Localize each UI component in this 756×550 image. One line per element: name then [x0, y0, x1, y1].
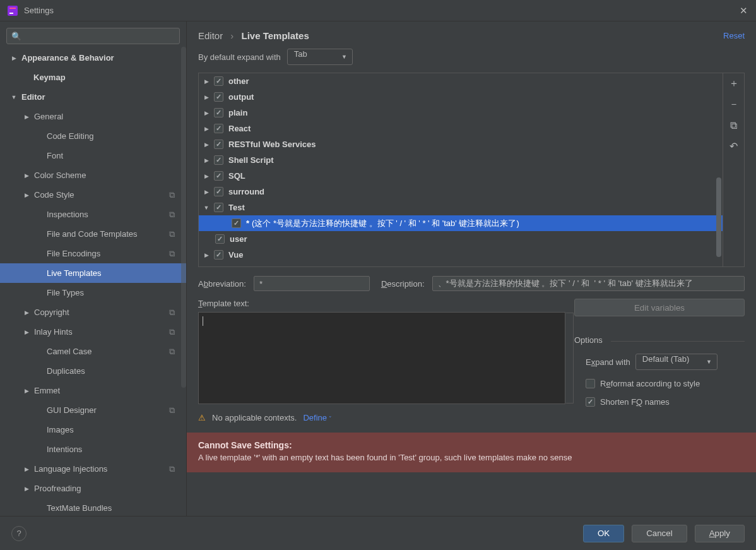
sidebar-item-inspections[interactable]: Inspections⧉: [0, 205, 186, 224]
template-checkbox[interactable]: ✓: [214, 155, 223, 165]
scope-icon: ⧉: [169, 229, 175, 239]
scrollbar[interactable]: [181, 47, 186, 388]
add-button[interactable]: ＋: [723, 73, 745, 94]
shorten-fq-checkbox[interactable]: ✓: [586, 397, 595, 407]
template-checkbox[interactable]: ✓: [214, 108, 223, 117]
scrollbar[interactable]: [716, 177, 721, 257]
apply-button[interactable]: Apply: [695, 525, 745, 542]
sidebar-item-language-injections[interactable]: ▶Language Injections⧉: [0, 459, 186, 479]
template-checkbox[interactable]: ✓: [214, 124, 223, 133]
sidebar-label: Keymap: [33, 73, 175, 82]
close-icon[interactable]: ✕: [738, 6, 748, 16]
template-checkbox[interactable]: ✓: [214, 140, 223, 149]
template-group-other[interactable]: ▶✓other: [199, 73, 723, 89]
template-checkbox[interactable]: ✓: [214, 250, 223, 260]
chevron-icon: ▶: [23, 113, 30, 121]
sidebar-item-textmate-bundles[interactable]: TextMate Bundles: [0, 498, 186, 516]
template-tree[interactable]: ▶✓other▶✓output▶✓plain▶✓React▶✓RESTful W…: [199, 73, 723, 266]
template-group--[interactable]: ✓* (这个 *号就是方法注释的快捷键 。按下 ' / ' 和 ' * ' 和 …: [199, 215, 723, 231]
template-group-restful-web-services[interactable]: ▶✓RESTful Web Services: [199, 136, 723, 152]
chevron-icon: [35, 426, 43, 434]
template-label: Shell Script: [228, 155, 274, 165]
template-checkbox[interactable]: ✓: [215, 234, 225, 244]
template-checkbox[interactable]: ✓: [232, 218, 241, 228]
template-text-editor[interactable]: [198, 312, 565, 404]
template-label: other: [228, 76, 249, 86]
description-input[interactable]: [432, 276, 745, 291]
cancel-button[interactable]: Cancel: [632, 525, 687, 542]
chevron-icon: ▶: [203, 110, 210, 116]
abbreviation-input[interactable]: [254, 276, 370, 291]
ok-button[interactable]: OK: [583, 525, 624, 542]
sidebar-label: Code Style: [34, 190, 169, 200]
chevron-icon: ▶: [23, 387, 30, 395]
sidebar-item-file-and-code-templates[interactable]: File and Code Templates⧉: [0, 224, 186, 244]
scrollbar[interactable]: [566, 313, 574, 404]
template-group-shell-script[interactable]: ▶✓Shell Script: [199, 152, 723, 168]
template-group-user[interactable]: ✓user: [199, 231, 723, 247]
expand-with-select-2[interactable]: Default (Tab) ▼: [635, 354, 718, 370]
chevron-icon: ▶: [23, 465, 30, 473]
sidebar-item-color-scheme[interactable]: ▶Color Scheme: [0, 165, 186, 185]
template-group-test[interactable]: ▼✓Test: [199, 200, 723, 215]
sidebar-item-general[interactable]: ▶General: [0, 107, 186, 126]
help-button[interactable]: ?: [11, 526, 27, 541]
template-group-react[interactable]: ▶✓React: [199, 121, 723, 136]
template-group-sql[interactable]: ▶✓SQL: [199, 168, 723, 184]
sidebar-label: Proofreading: [34, 484, 175, 493]
sidebar-item-file-types[interactable]: File Types: [0, 283, 186, 302]
warning-icon: ⚠: [198, 413, 206, 422]
template-checkbox[interactable]: ✓: [214, 76, 223, 86]
template-group-output[interactable]: ▶✓output: [199, 89, 723, 105]
sidebar: 🔍 ▶Appearance & BehaviorKeymap▼Editor▶Ge…: [0, 21, 187, 516]
chevron-icon: ▶: [10, 54, 18, 62]
template-checkbox[interactable]: ✓: [214, 203, 223, 212]
sidebar-item-code-style[interactable]: ▶Code Style⧉: [0, 185, 186, 205]
sidebar-item-editor[interactable]: ▼Editor: [0, 87, 186, 107]
reset-link[interactable]: Reset: [723, 31, 745, 40]
sidebar-item-inlay-hints[interactable]: ▶Inlay Hints⧉: [0, 322, 186, 342]
sidebar-item-gui-designer[interactable]: GUI Designer⧉: [0, 400, 186, 420]
template-checkbox[interactable]: ✓: [214, 187, 223, 196]
template-checkbox[interactable]: ✓: [214, 171, 223, 181]
copy-button[interactable]: ⧉: [723, 115, 745, 136]
template-tree-panel: ▶✓other▶✓output▶✓plain▶✓React▶✓RESTful W…: [198, 73, 745, 267]
template-group-plain[interactable]: ▶✓plain: [199, 105, 723, 121]
sidebar-item-copyright[interactable]: ▶Copyright⧉: [0, 302, 186, 322]
search-icon: 🔍: [11, 32, 21, 41]
sidebar-item-images[interactable]: Images: [0, 420, 186, 439]
template-text-label: Template text:: [198, 299, 565, 308]
template-group-vue[interactable]: ▶✓Vue: [199, 247, 723, 263]
template-checkbox[interactable]: ✓: [214, 92, 223, 102]
chevron-icon: [35, 505, 43, 512]
content-pane: Editor › Live Templates Reset By default…: [187, 21, 756, 516]
sidebar-item-emmet[interactable]: ▶Emmet: [0, 381, 186, 400]
sidebar-item-code-editing[interactable]: Code Editing: [0, 126, 186, 146]
sidebar-label: Language Injections: [34, 464, 169, 474]
sidebar-item-keymap[interactable]: Keymap: [0, 68, 186, 87]
chevron-icon: [35, 270, 43, 277]
search-input[interactable]: [6, 28, 180, 44]
sidebar-item-duplicates[interactable]: Duplicates: [0, 361, 186, 381]
sidebar-item-live-templates[interactable]: Live Templates: [0, 263, 186, 283]
sidebar-item-file-encodings[interactable]: File Encodings⧉: [0, 244, 186, 263]
revert-button[interactable]: ↶: [723, 136, 745, 157]
sidebar-item-proofreading[interactable]: ▶Proofreading: [0, 479, 186, 498]
expand-with-label: By default expand with: [198, 52, 281, 62]
chevron-icon: [35, 289, 43, 297]
sidebar-label: Live Templates: [47, 268, 175, 278]
define-link[interactable]: Define˅: [303, 413, 332, 422]
sidebar-label: File Encodings: [47, 249, 169, 258]
template-group-surround[interactable]: ▶✓surround: [199, 184, 723, 200]
chevron-icon: [22, 74, 30, 81]
expand-with-select[interactable]: Tab ▼: [287, 49, 353, 65]
sidebar-item-appearance-behavior[interactable]: ▶Appearance & Behavior: [0, 48, 186, 68]
tree-toolbar: ＋ － ⧉ ↶: [723, 73, 744, 266]
description-label: Description:: [381, 279, 425, 289]
sidebar-item-intentions[interactable]: Intentions: [0, 439, 186, 459]
remove-button[interactable]: －: [723, 94, 745, 115]
sidebar-item-camel-case[interactable]: Camel Case⧉: [0, 342, 186, 361]
sidebar-label: Color Scheme: [34, 170, 175, 180]
sidebar-item-font[interactable]: Font: [0, 146, 186, 165]
reformat-checkbox[interactable]: [586, 379, 595, 388]
